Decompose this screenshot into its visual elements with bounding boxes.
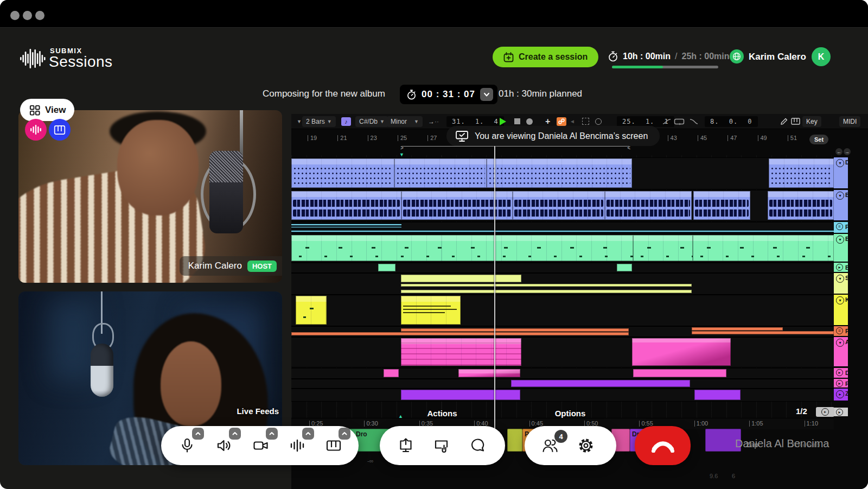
video1-mic-grille (209, 151, 243, 182)
daw-clip (291, 230, 834, 233)
window-titlebar (0, 0, 868, 28)
daw-track-lane (291, 234, 834, 263)
brand-product: Sessions (49, 53, 113, 71)
participants-count-badge: 4 (554, 430, 567, 443)
daw-track-lane (291, 295, 834, 326)
settings-button[interactable] (578, 437, 594, 454)
window-zoom-button[interactable] (35, 11, 44, 20)
stopwatch-icon (608, 51, 618, 62)
daw-track-header-icon: ▾ (836, 275, 844, 283)
daw-track-header: ▸ (834, 408, 848, 417)
daw-track-lane (291, 389, 834, 402)
quota-progress-fill (612, 66, 663, 68)
elapsed-time: 00 : 31 : 07 (422, 89, 475, 100)
microphone-button[interactable] (179, 437, 195, 454)
window-close-button[interactable] (10, 11, 20, 20)
daw-clip (291, 158, 394, 188)
camera-button[interactable] (253, 437, 269, 454)
timer-expand-button[interactable] (480, 88, 493, 101)
daw-position-marker: ▲ (398, 414, 403, 419)
daw-track-name: B (845, 192, 848, 198)
daw-follow-chip: ▸ (816, 407, 834, 417)
audio-stream-badge[interactable] (25, 119, 47, 141)
daw-clip (296, 296, 327, 325)
remote-control-button[interactable] (433, 437, 450, 454)
audio-stream-options-chevron[interactable] (302, 428, 314, 440)
midi-keyboard-button[interactable] (326, 437, 342, 454)
bar-ruler-label: 47 (727, 135, 737, 141)
daw-track-header-icon: ≡ (836, 327, 843, 334)
video2-face (161, 341, 221, 426)
chat-button[interactable] (469, 437, 486, 454)
bar-ruler-label: 25 (398, 135, 407, 141)
daw-clip (401, 191, 513, 220)
share-screen-button[interactable] (398, 437, 414, 454)
time-used: 10h : 00min (623, 52, 671, 61)
grid-view-icon (29, 104, 41, 116)
user-avatar[interactable]: K (812, 47, 831, 66)
stopwatch-icon (406, 90, 417, 100)
camera-options-chevron[interactable] (266, 428, 278, 440)
daw-track-header: ≡P (834, 326, 848, 336)
actions-pill (380, 426, 505, 465)
daw-track-lane (291, 263, 834, 273)
time-quota-total: 25h : 00min (681, 52, 729, 61)
speaker-options-chevron[interactable] (229, 428, 241, 440)
daw-clip (693, 235, 834, 261)
daw-clip (633, 235, 693, 261)
bar-ruler-label: 49 (758, 135, 767, 141)
daw-track-header-icon: ▾ (836, 339, 844, 347)
daw-device-label: -∞ (367, 458, 374, 464)
globe-icon (730, 49, 744, 63)
session-title: Composing for the new album (263, 88, 385, 99)
current-user-name: Karim Calero (749, 52, 806, 62)
daw-clip (401, 328, 629, 332)
create-session-button[interactable]: Create a session (493, 47, 598, 67)
live-feeds-label: Live Feeds (237, 407, 279, 416)
daw-set-button: Set (809, 135, 828, 144)
daw-scene-clip (507, 429, 522, 452)
daw-clip (511, 380, 690, 387)
piano-keys-icon (54, 125, 66, 135)
daw-clip (692, 327, 783, 331)
daw-track-header-icon: ▾ (836, 236, 844, 244)
microphone-options-chevron[interactable] (192, 428, 204, 440)
daw-track-header-icon: ▾ (836, 296, 844, 304)
speaker-button[interactable] (216, 437, 232, 454)
time-ruler-label: 0:30 (364, 421, 378, 427)
daw-track-headers: ▾D▾B≡P▾B▸B▾S▾K≡P▾A▸D▸F▸Z▸ (834, 114, 848, 489)
calendar-plus-icon (503, 52, 514, 62)
options-label: Options (555, 409, 586, 418)
app-window: SUBMIX Sessions Create a session 10h : 0… (0, 0, 868, 489)
window-minimize-button[interactable] (23, 11, 32, 20)
planned-duration: 01h : 30min planned (499, 88, 582, 99)
bar-ruler-label: 43 (668, 135, 677, 141)
daw-start-marker: ▼ (399, 152, 404, 157)
audio-stream-button[interactable] (289, 437, 305, 454)
play-circle-icon: ▸ (821, 408, 829, 416)
daw-playhead (494, 145, 495, 455)
daw-track-header: ▸D (834, 368, 848, 378)
daw-clip (401, 284, 692, 287)
daw-track-name: D (845, 159, 848, 166)
quota-progress-bar (612, 66, 718, 68)
daw-track-header: ▾D (834, 157, 848, 189)
view-button[interactable]: View (20, 99, 74, 121)
chevron-down-icon (483, 91, 490, 98)
daw-clip (694, 390, 741, 400)
bar-ruler-label: 23 (368, 135, 377, 141)
screenshare-owner-watermark: Daniela Al Bencima (735, 437, 829, 450)
daw-track-header-icon: ▸ (836, 409, 843, 416)
midi-keys-badge[interactable] (49, 119, 71, 141)
daw-clip (632, 338, 731, 366)
daw-track-lane (291, 337, 834, 367)
hang-up-button[interactable] (635, 426, 691, 465)
daw-clip (384, 369, 399, 377)
daw-clip (401, 338, 521, 366)
daw-clip (291, 235, 633, 261)
video2-mic-capsule (91, 344, 113, 397)
daw-track-header-icon: ≡ (836, 223, 843, 230)
daw-nav-arrow: ← (835, 148, 843, 155)
daw-device-label: 9.6 (710, 473, 718, 479)
midi-options-chevron[interactable] (339, 428, 350, 440)
